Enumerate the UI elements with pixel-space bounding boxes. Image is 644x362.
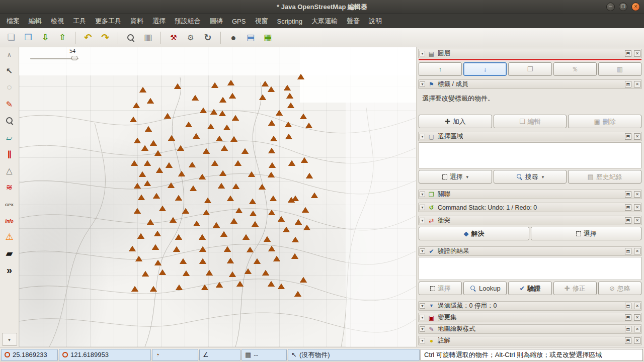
close-panel-icon[interactable]: ✕	[634, 326, 640, 332]
map-marker[interactable]	[287, 103, 294, 108]
collapse-icon[interactable]: ▾	[420, 338, 425, 343]
lasso-tool[interactable]	[3, 81, 16, 94]
map-marker[interactable]	[153, 193, 160, 199]
map-marker[interactable]	[193, 133, 200, 139]
validate-button[interactable]: ✔驗證	[508, 282, 551, 295]
minimize-button[interactable]: ─	[606, 3, 615, 11]
map-marker[interactable]	[242, 148, 249, 154]
map-marker[interactable]	[278, 284, 285, 289]
menu-item[interactable]: 工具	[68, 14, 91, 28]
map-marker[interactable]	[130, 117, 137, 122]
map-marker[interactable]	[174, 83, 181, 89]
map-marker[interactable]	[302, 207, 309, 213]
map-marker[interactable]	[219, 111, 226, 116]
map-marker[interactable]	[236, 281, 244, 287]
search-button[interactable]	[123, 30, 139, 45]
map-marker[interactable]	[131, 160, 138, 166]
close-panel-icon[interactable]: ✕	[634, 337, 640, 344]
map-marker[interactable]	[269, 162, 276, 168]
fix-button[interactable]: ✚修正	[553, 282, 597, 295]
record-circle-button[interactable]	[225, 30, 242, 45]
layer-up-button[interactable]: ↑	[419, 62, 462, 76]
menu-item[interactable]: 聲音	[342, 14, 364, 28]
layer-delete-button[interactable]: ▥	[598, 62, 641, 76]
map-marker[interactable]	[291, 253, 298, 259]
map-marker[interactable]	[300, 277, 307, 283]
map-marker[interactable]	[259, 184, 266, 190]
map-marker[interactable]	[139, 171, 146, 177]
presets-tool-button[interactable]	[166, 30, 182, 45]
map-marker[interactable]	[152, 244, 159, 250]
map-marker[interactable]	[216, 136, 223, 141]
map-marker[interactable]	[203, 210, 210, 215]
map-marker[interactable]	[268, 172, 275, 177]
help-text-field[interactable]: Ctrl 可旋轉選取的物件；Alt-Ctrl 則為縮放；或是改變選擇區域	[421, 349, 643, 361]
close-panel-icon[interactable]: ✕	[634, 248, 640, 254]
relations-panel-header[interactable]: ▾ 關聯 ⬒ ✕	[418, 190, 642, 199]
menu-item[interactable]: Scripting	[272, 15, 307, 28]
menu-item[interactable]: 編輯	[24, 14, 46, 28]
map-marker[interactable]	[154, 150, 162, 156]
refresh-button[interactable]	[200, 30, 216, 45]
history-button[interactable]: ▤歷史紀錄	[568, 170, 641, 184]
map-marker[interactable]	[138, 195, 145, 200]
stick-panel-icon[interactable]: ⬒	[625, 81, 631, 87]
menu-item[interactable]: 預設組合	[170, 14, 205, 28]
stick-panel-icon[interactable]: ⬒	[625, 314, 631, 321]
map-marker[interactable]	[168, 183, 175, 188]
map-marker[interactable]	[150, 140, 157, 146]
stick-panel-icon[interactable]: ⬒	[625, 326, 631, 332]
map-marker[interactable]	[224, 246, 231, 252]
map-marker[interactable]	[168, 135, 175, 141]
stick-panel-icon[interactable]: ⬒	[625, 248, 631, 254]
menu-item[interactable]: 視窗	[250, 14, 272, 28]
map-marker[interactable]	[283, 227, 290, 232]
map-marker[interactable]	[259, 95, 266, 100]
map-marker[interactable]	[311, 193, 318, 198]
layer-opacity-button[interactable]: ％	[553, 62, 597, 76]
map-marker[interactable]	[134, 208, 141, 214]
tags-panel-header[interactable]: ▾ 標籤 / 成員 ⬒ ✕	[418, 79, 642, 89]
map-marker[interactable]	[264, 236, 271, 242]
map-marker[interactable]	[268, 148, 275, 153]
close-panel-icon[interactable]: ✕	[634, 50, 640, 57]
map-marker[interactable]	[147, 219, 154, 225]
validation-results-list[interactable]	[419, 257, 641, 280]
map-marker[interactable]	[216, 282, 223, 288]
layer-down-button[interactable]: ↓	[463, 62, 507, 76]
map-marker[interactable]	[154, 260, 162, 265]
conflict-select-button[interactable]: 選擇	[531, 227, 641, 240]
preferences-button[interactable]	[140, 30, 156, 45]
map-marker[interactable]	[199, 234, 206, 240]
collapse-icon[interactable]: ▾	[420, 51, 425, 56]
close-panel-icon[interactable]: ✕	[634, 314, 640, 321]
map-marker[interactable]	[139, 87, 146, 93]
select-tool[interactable]	[3, 65, 16, 77]
edit-tag-button[interactable]: ❏編輯	[494, 115, 567, 128]
map-marker[interactable]	[247, 247, 254, 252]
map-marker[interactable]	[232, 115, 239, 121]
map-marker[interactable]	[292, 237, 299, 242]
map-marker[interactable]	[286, 93, 293, 99]
collapse-icon[interactable]: ▾	[420, 134, 425, 139]
filter-panel-header[interactable]: ▾ 過濾隱藏：0 停用：0 ⬒ ✕	[418, 301, 642, 311]
map-marker[interactable]	[129, 246, 136, 251]
map-marker[interactable]	[227, 196, 234, 201]
map-marker[interactable]	[182, 208, 189, 214]
map-marker[interactable]	[199, 246, 206, 252]
menu-item[interactable]: 更多工具	[91, 14, 126, 28]
toolbar-scroll-down[interactable]: ▾	[2, 333, 17, 346]
map-marker[interactable]	[227, 258, 234, 263]
collapse-icon[interactable]: ▾	[420, 218, 425, 223]
map-marker[interactable]	[166, 162, 173, 168]
map-marker[interactable]	[175, 234, 182, 240]
map-marker[interactable]	[268, 281, 275, 287]
delete-tag-button[interactable]: ▣刪除	[568, 115, 641, 128]
map-marker[interactable]	[300, 114, 307, 119]
collapse-icon[interactable]: ▾	[420, 205, 425, 210]
map-marker[interactable]	[250, 211, 257, 216]
map-marker[interactable]	[203, 148, 210, 154]
map-marker[interactable]	[288, 160, 295, 166]
validation-select-button[interactable]: 選擇	[419, 282, 462, 295]
map-marker[interactable]	[273, 256, 280, 261]
